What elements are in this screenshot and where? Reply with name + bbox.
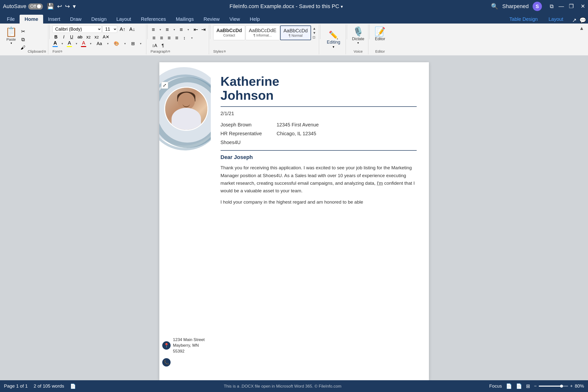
dictate-dropdown-icon[interactable]: ▾ xyxy=(357,41,359,44)
line-spacing-button[interactable]: ↕ xyxy=(181,35,188,41)
superscript-button[interactable]: x2 xyxy=(93,34,100,40)
view-mode-icon3[interactable]: ⊞ xyxy=(526,383,530,389)
subscript-button[interactable]: x2 xyxy=(85,34,92,40)
multilevel-button[interactable]: ≡ xyxy=(178,26,184,33)
styles-scroll-down-icon[interactable]: ▼ xyxy=(312,31,316,35)
maximize-button[interactable]: ❐ xyxy=(569,3,574,10)
styles-expand-icon[interactable]: ⊡ xyxy=(312,35,316,39)
ribbon-group-font: Calibri (Body) 11 A↑ A↓ B I U ab x2 x2 A… xyxy=(51,24,146,54)
sort-button[interactable]: ↕A xyxy=(151,43,159,49)
numbering-button[interactable]: ≡ xyxy=(165,26,170,33)
tab-mailings[interactable]: Mailings xyxy=(171,15,199,24)
proofing-icon[interactable]: 📄 xyxy=(70,384,76,389)
search-icon[interactable]: 🔍 xyxy=(491,3,498,10)
quick-access-dropdown-icon[interactable]: ▾ xyxy=(73,3,76,10)
focus-label[interactable]: Focus xyxy=(489,384,502,389)
shading-button[interactable]: 🎨 xyxy=(112,40,121,47)
location-icon: 📍 xyxy=(162,341,171,350)
title-bar-right: 🔍 Sharpened S ⧉ — ❐ ✕ xyxy=(491,2,585,11)
highlight-color-button[interactable]: A xyxy=(67,40,72,47)
editing-mode-button[interactable]: ✏️ Editing ▾ xyxy=(324,30,343,50)
align-right-button[interactable]: ≡ xyxy=(166,34,173,42)
font-color-button[interactable]: A xyxy=(53,40,58,47)
comments-icon[interactable]: 💬 xyxy=(579,17,586,24)
tab-help[interactable]: Help xyxy=(245,15,265,24)
zoom-out-button[interactable]: − xyxy=(534,384,537,389)
format-painter-button[interactable]: 🖌 xyxy=(19,44,27,51)
italic-button[interactable]: I xyxy=(60,34,67,40)
autosave-toggle[interactable]: Off xyxy=(28,4,43,10)
text-effect-button[interactable]: A xyxy=(81,40,86,47)
paragraph-expand-icon[interactable]: ⧉ xyxy=(168,50,170,53)
tab-home[interactable]: Home xyxy=(20,15,43,24)
font-expand-icon[interactable]: ⧉ xyxy=(60,50,62,53)
font-size-select[interactable]: 11 xyxy=(103,26,117,33)
styles-scroll-controls[interactable]: ▲ ▼ ⊡ xyxy=(312,26,317,40)
underline-button[interactable]: U xyxy=(68,34,75,40)
editing-mode-dropdown-icon[interactable]: ▾ xyxy=(333,45,334,49)
paste-dropdown-icon[interactable]: ▾ xyxy=(11,42,12,45)
undo-icon[interactable]: ↩ xyxy=(57,3,62,10)
font-color-dropdown[interactable]: ▾ xyxy=(59,42,66,46)
tab-view[interactable]: View xyxy=(225,15,245,24)
save-icon[interactable]: 💾 xyxy=(47,3,54,10)
tab-file[interactable]: File xyxy=(2,15,20,24)
tab-insert[interactable]: Insert xyxy=(43,15,65,24)
tab-table-design[interactable]: Table Design xyxy=(504,15,543,24)
zoom-in-button[interactable]: + xyxy=(570,384,573,389)
ribbon-collapse-button[interactable]: ▲ xyxy=(577,24,586,32)
change-case-button[interactable]: Aa xyxy=(95,41,104,47)
text-effect-dropdown[interactable]: ▾ xyxy=(87,42,94,46)
style-contact[interactable]: AaBbCcDd Contact xyxy=(213,26,245,40)
shading-dropdown[interactable]: ▾ xyxy=(122,42,129,46)
align-left-button[interactable]: ≡ xyxy=(151,34,157,42)
close-button[interactable]: ✕ xyxy=(581,3,585,10)
justify-button[interactable]: ≡ xyxy=(173,34,180,42)
minimize-button[interactable]: — xyxy=(558,3,564,10)
line-spacing-dropdown[interactable]: ▾ xyxy=(189,36,195,40)
style-information[interactable]: AaBbCcDdE ¶ Informat... xyxy=(246,26,279,40)
bold-button[interactable]: B xyxy=(53,34,59,40)
tab-review[interactable]: Review xyxy=(199,15,225,24)
cut-button[interactable]: ✂ xyxy=(19,28,27,35)
zoom-slider[interactable] xyxy=(539,386,568,386)
save-status-dropdown-icon[interactable]: ▾ xyxy=(341,4,343,9)
change-case-dropdown[interactable]: ▾ xyxy=(104,42,111,46)
user-avatar[interactable]: S xyxy=(533,2,542,11)
tab-layout-context[interactable]: Layout xyxy=(544,15,568,24)
tab-layout[interactable]: Layout xyxy=(112,15,136,24)
tab-draw[interactable]: Draw xyxy=(65,15,87,24)
align-center-button[interactable]: ≡ xyxy=(158,34,165,42)
dictate-button[interactable]: 🎙️ Dictate ▾ xyxy=(350,26,366,46)
borders-button[interactable]: ⊞ xyxy=(129,40,136,47)
restore-window-icon[interactable]: ⧉ xyxy=(550,3,554,10)
paste-button[interactable]: 📋 Paste ▾ xyxy=(4,26,18,54)
view-mode-icon2[interactable]: 📄 xyxy=(516,383,522,389)
editor-button[interactable]: 📝 Editor xyxy=(373,26,387,42)
bullets-button[interactable]: ≡ xyxy=(151,26,156,33)
view-mode-icon1[interactable]: 📄 xyxy=(506,383,512,389)
tab-references[interactable]: References xyxy=(136,15,171,24)
clipboard-expand-icon[interactable]: ⧉ xyxy=(44,50,46,53)
highlight-color-dropdown[interactable]: ▾ xyxy=(73,42,80,46)
bullets-dropdown[interactable]: ▾ xyxy=(157,28,164,32)
tab-design[interactable]: Design xyxy=(87,15,112,24)
increase-font-size-button[interactable]: A↑ xyxy=(118,26,127,32)
multilevel-dropdown[interactable]: ▾ xyxy=(185,28,192,32)
redo-icon[interactable]: ↪ xyxy=(65,3,70,10)
share-icon[interactable]: ↗ xyxy=(572,17,576,24)
styles-expand-btn-icon[interactable]: ⧉ xyxy=(224,50,226,53)
show-marks-button[interactable]: ¶ xyxy=(159,43,166,49)
style-normal[interactable]: AaBbCcDd ¶ Normal xyxy=(280,26,311,40)
font-family-select[interactable]: Calibri (Body) xyxy=(53,26,102,33)
strikethrough-button[interactable]: ab xyxy=(76,34,84,40)
decrease-indent-button[interactable]: ⇤ xyxy=(192,26,199,33)
numbering-dropdown[interactable]: ▾ xyxy=(171,28,178,32)
styles-scroll-up-icon[interactable]: ▲ xyxy=(312,26,316,30)
move-handle-icon[interactable]: ⤢ xyxy=(161,82,168,89)
borders-dropdown[interactable]: ▾ xyxy=(137,42,144,46)
copy-button[interactable]: ⧉ xyxy=(19,36,27,43)
clear-formatting-button[interactable]: A✕ xyxy=(101,34,111,40)
increase-indent-button[interactable]: ⇥ xyxy=(200,26,207,33)
decrease-font-size-button[interactable]: A↓ xyxy=(128,26,137,32)
